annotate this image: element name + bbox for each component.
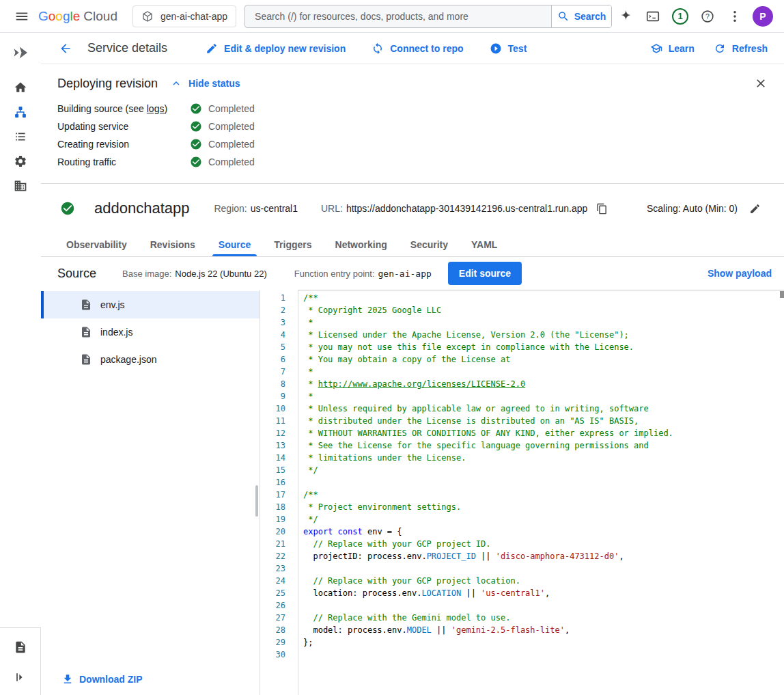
integrations-icon [14,154,27,168]
search-icon [557,10,570,23]
line-number: 30 [260,649,285,661]
code-line-14: * limitations under the License. [303,452,784,464]
file-panel-scrollbar[interactable] [255,485,258,517]
hide-status-button[interactable]: Hide status [170,77,240,90]
action-bar: Service details Edit & deploy new revisi… [41,33,784,64]
refresh-icon [714,42,726,55]
project-selector[interactable]: gen-ai-chat-app [132,5,236,27]
code-line-4: * Licensed under the Apache License, Ver… [303,329,784,341]
google-cloud-logo[interactable]: Google Cloud [38,9,117,24]
sparkle-icon [619,9,633,23]
rail-top [0,33,41,627]
learn-button[interactable]: Learn [650,42,695,55]
deploy-step-status: Completed [190,103,255,115]
logs-link[interactable]: logs [147,103,165,114]
download-icon [61,673,74,685]
service-url: URL:https://addonchatapp-301439142196.us… [321,203,587,214]
service-status-icon [60,201,75,216]
menu-icon [14,9,29,24]
avatar[interactable]: P [753,6,773,27]
line-number: 14 [260,452,285,464]
refresh-icon [714,42,726,55]
notification-badge: 1 [672,8,688,25]
rail-cloud-run-logo-button[interactable] [7,38,34,67]
edit-icon [749,203,761,215]
code-line-1: /** [303,292,784,304]
page-title: Service details [87,41,167,55]
line-number: 27 [260,612,285,624]
topbar-right: 1 ? P [612,3,779,30]
code-line-6: * You may obtain a copy of the License a… [303,353,784,366]
code-line-10: * Unless required by applicable law or a… [303,403,784,415]
jobs-icon [14,130,27,144]
edit-scaling-icon [749,203,761,215]
rail-release-notes-button[interactable] [7,635,34,659]
rail-services-button[interactable] [7,100,34,124]
search-input[interactable] [245,5,551,27]
code-line-19: */ [303,513,784,526]
refresh-button[interactable]: Refresh [714,42,768,55]
gemini-button[interactable] [612,3,639,30]
file-package.json[interactable]: package.json [41,346,260,373]
tab-triggers[interactable]: Triggers [262,233,323,256]
connect-to-repo-button[interactable]: Connect to repo [372,42,463,55]
expand-panel-icon [14,670,27,684]
domains-icon [14,179,27,193]
tab-security[interactable]: Security [399,233,460,256]
tab-networking[interactable]: Networking [324,233,399,256]
back-button[interactable] [52,35,79,62]
code-line-12: * WITHOUT WARRANTIES OR CONDITIONS OF AN… [303,427,784,439]
rail-integrations-button[interactable] [7,149,34,174]
help-button[interactable]: ? [694,3,721,30]
check-circle-icon [60,201,75,216]
line-number: 26 [260,599,285,612]
download-zip-button[interactable]: Download ZIP [61,673,143,685]
topbar: Google Cloud gen-ai-chat-app Search 1 ? … [0,0,784,33]
source-header: Source Base image:Node.js 22 (Ubuntu 22)… [41,257,784,290]
rail-jobs-button[interactable] [7,124,34,149]
menu-button[interactable] [8,3,36,30]
service-region: Region:us-central1 [214,203,298,214]
project-icon [141,10,154,23]
edit-deploy-new-revision-button[interactable]: Edit & deploy new revision [206,42,346,55]
tab-observability[interactable]: Observability [55,233,139,256]
search-button[interactable]: Search [551,5,611,27]
deploy-step: Updating serviceCompleted [57,118,768,135]
line-number: 11 [260,415,285,427]
rail-expand-panel-button[interactable] [7,665,34,690]
copy-icon [596,203,608,215]
tab-revisions[interactable]: Revisions [139,233,207,256]
code-line-7: * [303,366,784,378]
tab-source[interactable]: Source [207,233,262,256]
tab-yaml[interactable]: YAML [460,233,509,256]
code-line-16 [303,476,784,489]
file-env.js[interactable]: env.js [41,291,260,318]
line-number: 25 [260,587,285,599]
code-editor[interactable]: 1234567891011121314151617181920212223242… [260,290,784,695]
file-index.js[interactable]: index.js [41,318,260,346]
line-number: 12 [260,427,285,439]
edit-scaling-button[interactable] [744,198,765,219]
code-line-11: * distributed under the License is distr… [303,415,784,427]
file-list: env.jsindex.jspackage.json [41,291,260,373]
notifications-button[interactable]: 1 [667,3,694,30]
test-button[interactable]: Test [490,42,527,55]
line-number: 29 [260,636,285,649]
copy-url-button[interactable] [591,198,612,219]
code-line-15: */ [303,464,784,476]
cloud-shell-button[interactable] [639,3,667,30]
rail-bottom [0,627,41,695]
line-number: 15 [260,464,285,476]
line-number: 4 [260,329,285,341]
code-line-27: // Replace with the Gemini model to use. [303,612,784,624]
close-panel-button[interactable] [747,70,774,97]
back-icon [59,42,72,55]
rail-domains-button[interactable] [7,174,34,198]
search-icon [557,10,570,23]
more-button[interactable] [721,3,748,30]
file-icon [80,299,92,311]
edit-source-button[interactable]: Edit source [448,262,522,285]
editor-scrollbar[interactable] [780,291,784,298]
show-payload-button[interactable]: Show payload [708,268,772,279]
rail-home-button[interactable] [7,75,34,100]
